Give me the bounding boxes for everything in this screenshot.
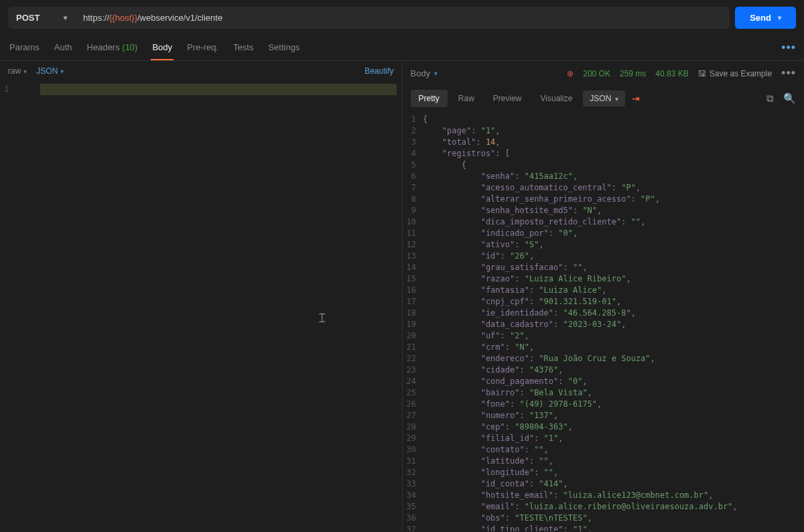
line-gutter: 1 <box>0 81 15 531</box>
line-gutter: 1234567891011121314151617181920212223242… <box>403 111 423 531</box>
cookies-link[interactable]: ••• <box>781 41 796 55</box>
tab-tests[interactable]: Tests <box>232 36 255 60</box>
chevron-down-icon: ▾ <box>615 95 618 103</box>
chevron-down-icon: ▾ <box>60 68 64 75</box>
response-time: 259 ms <box>620 69 646 78</box>
url-host-variable: {{host}} <box>109 13 137 23</box>
request-body-editor[interactable]: 1 <box>0 81 402 531</box>
save-icon: 🖫 <box>698 69 706 78</box>
send-button[interactable]: Send ▾ <box>735 7 796 29</box>
tab-params[interactable]: Params <box>8 36 41 60</box>
resp-format-label: JSON <box>590 94 611 103</box>
copy-icon[interactable]: ⧉ <box>766 92 774 105</box>
response-section-select[interactable]: Body ▾ <box>411 68 438 78</box>
tab-auth[interactable]: Auth <box>53 36 74 60</box>
beautify-button[interactable]: Beautify <box>364 66 393 76</box>
chevron-down-icon: ▾ <box>434 70 438 77</box>
chevron-down-icon: ▾ <box>64 14 67 21</box>
line-wrap-icon[interactable]: ⇥ <box>628 90 644 107</box>
http-method-select[interactable]: POST ▾ <box>8 7 75 29</box>
tab-body[interactable]: Body <box>151 36 174 60</box>
network-globe-icon: ⊕ <box>567 69 574 78</box>
resp-tab-pretty[interactable]: Pretty <box>411 90 448 107</box>
body-type-label: raw <box>8 66 21 76</box>
search-icon[interactable]: 🔍 <box>783 92 796 105</box>
resp-tab-raw[interactable]: Raw <box>450 90 482 107</box>
chevron-down-icon: ▾ <box>23 68 27 75</box>
response-body-viewer[interactable]: 1234567891011121314151617181920212223242… <box>403 111 805 531</box>
resp-tab-preview[interactable]: Preview <box>485 90 530 107</box>
url-path: /webservice/v1/cliente <box>137 13 222 23</box>
response-section-label: Body <box>411 68 431 78</box>
status-code: 200 OK <box>583 69 610 78</box>
body-type-raw[interactable]: raw ▾ <box>8 66 27 76</box>
resp-tab-visualize[interactable]: Visualize <box>533 90 581 107</box>
tab-headers[interactable]: Headers (10) <box>86 36 139 60</box>
line-number: 1 <box>4 84 9 95</box>
save-as-example-button[interactable]: 🖫 Save as Example <box>698 69 772 78</box>
chevron-down-icon: ▾ <box>778 14 781 21</box>
response-size: 40.83 KB <box>655 69 688 78</box>
url-prefix: https:// <box>83 13 109 23</box>
tab-settings[interactable]: Settings <box>267 36 301 60</box>
body-format-json[interactable]: JSON ▾ <box>36 66 64 76</box>
http-method-value: POST <box>16 13 40 23</box>
more-options-icon[interactable]: ••• <box>781 66 796 80</box>
resp-format-json[interactable]: JSON ▾ <box>583 90 625 107</box>
response-code: { "page": "1", "total": 14, "registros":… <box>423 114 804 531</box>
tab-headers-count: (10) <box>122 42 137 52</box>
save-label: Save as Example <box>710 69 772 78</box>
body-format-label: JSON <box>36 66 58 76</box>
tab-headers-label: Headers <box>87 42 120 52</box>
url-input[interactable]: https://{{host}}/webservice/v1/cliente <box>75 7 730 29</box>
tab-prereq[interactable]: Pre-req. <box>186 36 220 60</box>
send-label: Send <box>750 13 771 23</box>
